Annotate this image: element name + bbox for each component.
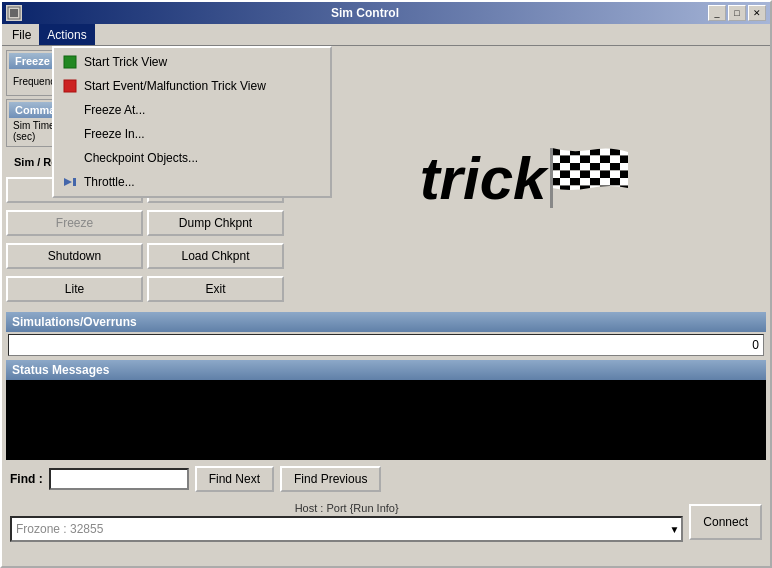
svg-rect-1 bbox=[10, 9, 18, 17]
freeze-in-item[interactable]: Freeze In... bbox=[54, 122, 330, 146]
start-event-icon bbox=[62, 78, 78, 94]
window-controls: _ □ ✕ bbox=[708, 5, 766, 21]
lite-exit-row: Lite Exit bbox=[6, 276, 284, 302]
svg-rect-10 bbox=[550, 148, 553, 208]
start-trick-view-item[interactable]: Start Trick View bbox=[54, 50, 330, 74]
host-section-label: Host : Port {Run Info} bbox=[10, 502, 683, 514]
find-previous-button[interactable]: Find Previous bbox=[280, 466, 381, 492]
trick-logo: trick bbox=[420, 144, 631, 213]
actions-dropdown: Start Trick View Start Event/Malfunction… bbox=[52, 46, 332, 198]
logo-panel: trick bbox=[284, 50, 766, 306]
find-input[interactable] bbox=[49, 468, 189, 490]
svg-marker-4 bbox=[64, 178, 72, 186]
close-button[interactable]: ✕ bbox=[748, 5, 766, 21]
trick-flag-icon bbox=[550, 148, 630, 208]
title-bar: Sim Control _ □ ✕ bbox=[2, 2, 770, 24]
simulations-overruns-header: Simulations/Overruns bbox=[6, 312, 766, 332]
file-menu[interactable]: File bbox=[4, 24, 39, 45]
maximize-button[interactable]: □ bbox=[728, 5, 746, 21]
host-select[interactable]: Frozone : 32855 bbox=[10, 516, 683, 542]
dump-chkpnt-button[interactable]: Dump Chkpnt bbox=[147, 210, 284, 236]
svg-rect-2 bbox=[64, 56, 76, 68]
checkpoint-objects-item[interactable]: Checkpoint Objects... bbox=[54, 146, 330, 170]
actions-menu[interactable]: Actions bbox=[39, 24, 94, 45]
freeze-at-icon bbox=[62, 102, 78, 118]
throttle-icon bbox=[62, 174, 78, 190]
host-section: Host : Port {Run Info} Frozone : 32855 ▼ bbox=[10, 502, 683, 542]
exit-button[interactable]: Exit bbox=[147, 276, 284, 302]
host-select-wrapper: Frozone : 32855 ▼ bbox=[10, 516, 683, 542]
status-messages-header: Status Messages bbox=[6, 360, 766, 380]
simulations-overruns-section: Simulations/Overruns bbox=[6, 312, 766, 358]
app-icon bbox=[6, 5, 22, 21]
throttle-item[interactable]: Throttle... bbox=[54, 170, 330, 194]
svg-rect-3 bbox=[64, 80, 76, 92]
window-frame: Sim Control _ □ ✕ File Actions Start Tri… bbox=[0, 0, 772, 568]
overruns-input[interactable] bbox=[8, 334, 764, 356]
checkpoint-icon bbox=[62, 150, 78, 166]
shutdown-load-row: Shutdown Load Chkpnt bbox=[6, 243, 284, 269]
find-label: Find : bbox=[10, 472, 43, 486]
start-event-item[interactable]: Start Event/Malfunction Trick View bbox=[54, 74, 330, 98]
overruns-row bbox=[6, 332, 766, 358]
freeze-dump-row: Freeze Dump Chkpnt bbox=[6, 210, 284, 236]
host-bar: Host : Port {Run Info} Frozone : 32855 ▼… bbox=[2, 498, 770, 546]
start-trick-view-icon bbox=[62, 54, 78, 70]
svg-rect-5 bbox=[73, 178, 76, 186]
window-title: Sim Control bbox=[22, 6, 708, 20]
load-chkpnt-button[interactable]: Load Chkpnt bbox=[147, 243, 284, 269]
lite-button[interactable]: Lite bbox=[6, 276, 143, 302]
connect-button[interactable]: Connect bbox=[689, 504, 762, 540]
find-next-button[interactable]: Find Next bbox=[195, 466, 274, 492]
find-bar: Find : Find Next Find Previous bbox=[2, 460, 770, 498]
freeze-at-item[interactable]: Freeze At... bbox=[54, 98, 330, 122]
shutdown-button[interactable]: Shutdown bbox=[6, 243, 143, 269]
window-body: File Actions Start Trick View Start Even… bbox=[2, 24, 770, 566]
minimize-button[interactable]: _ bbox=[708, 5, 726, 21]
status-messages-area bbox=[6, 380, 766, 460]
status-messages-section: Status Messages bbox=[6, 360, 766, 460]
freeze-button[interactable]: Freeze bbox=[6, 210, 143, 236]
menu-bar: File Actions Start Trick View Start Even… bbox=[2, 24, 770, 46]
freeze-in-icon bbox=[62, 126, 78, 142]
